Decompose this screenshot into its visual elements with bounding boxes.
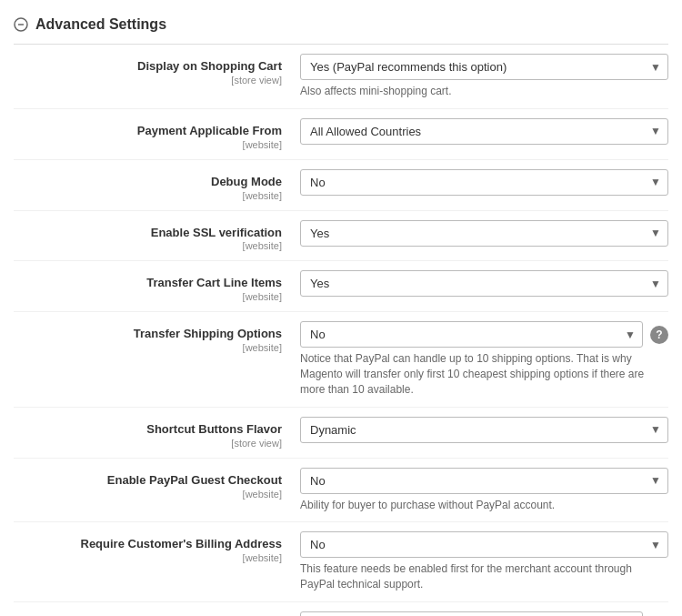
- select-enable_paypal_guest_checkout[interactable]: YesNo: [300, 468, 668, 494]
- field-label-payment_applicable_from: Payment Applicable From: [14, 124, 282, 139]
- control-row-transfer_cart_line_items: YesNo▼: [300, 270, 668, 297]
- select-shortcut_buttons_flavor[interactable]: DynamicStatic: [300, 417, 668, 443]
- label-col-debug_mode: Debug Mode[website]: [14, 169, 296, 201]
- field-scope-transfer_cart_line_items: [website]: [14, 291, 282, 302]
- control-col-enable_ssl_verification: YesNo▼: [296, 220, 668, 247]
- field-scope-enable_ssl_verification: [website]: [14, 240, 282, 251]
- label-col-payment_applicable_from: Payment Applicable From[website]: [14, 118, 296, 150]
- select-wrapper-enable_paypal_guest_checkout: YesNo▼: [300, 468, 668, 494]
- field-note-enable_paypal_guest_checkout: Ability for buyer to purchase without Pa…: [300, 498, 668, 513]
- form-row-payment_applicable_from: Payment Applicable From[website]All Allo…: [14, 109, 668, 160]
- field-scope-shortcut_buttons_flavor: [store view]: [14, 438, 282, 449]
- field-label-display_on_shopping_cart: Display on Shopping Cart: [14, 59, 282, 75]
- select-wrapper-transfer_cart_line_items: YesNo▼: [300, 270, 668, 297]
- label-col-enable_ssl_verification: Enable SSL verification[website]: [14, 220, 296, 252]
- control-row-transfer_shipping_options: YesNo▼?: [300, 321, 668, 348]
- field-scope-payment_applicable_from: [website]: [14, 139, 282, 150]
- field-note-display_on_shopping_cart: Also affects mini-shopping cart.: [300, 84, 668, 99]
- control-col-debug_mode: YesNo▼: [296, 169, 668, 196]
- form-row-enable_ssl_verification: Enable SSL verification[website]YesNo▼: [14, 211, 668, 262]
- form-row-shortcut_buttons_flavor: Shortcut Buttons Flavor[store view]Dynam…: [14, 408, 668, 459]
- control-row-require_billing_address: NoYesFor Virtual Quotes Only▼: [300, 531, 668, 558]
- form-row-debug_mode: Debug Mode[website]YesNo▼: [14, 160, 668, 211]
- label-col-require_billing_address: Require Customer's Billing Address[websi…: [14, 531, 296, 563]
- select-wrapper-billing_agreement_signup: NeverAutoAsk Customer▼: [300, 611, 643, 616]
- field-label-shortcut_buttons_flavor: Shortcut Buttons Flavor: [14, 422, 282, 438]
- select-wrapper-require_billing_address: NoYesFor Virtual Quotes Only▼: [300, 531, 668, 558]
- field-note-require_billing_address: This feature needs be enabled first for …: [300, 561, 668, 592]
- control-col-require_billing_address: NoYesFor Virtual Quotes Only▼This featur…: [296, 531, 668, 592]
- field-label-transfer_shipping_options: Transfer Shipping Options: [14, 327, 282, 342]
- form-row-transfer_cart_line_items: Transfer Cart Line Items[website]YesNo▼: [14, 261, 668, 312]
- select-payment_applicable_from[interactable]: All Allowed CountriesSpecific Countries: [300, 118, 668, 145]
- form-row-transfer_shipping_options: Transfer Shipping Options[website]YesNo▼…: [14, 312, 668, 407]
- control-col-transfer_cart_line_items: YesNo▼: [296, 270, 668, 297]
- help-icon-transfer_shipping_options[interactable]: ?: [650, 326, 668, 344]
- control-row-billing_agreement_signup: NeverAutoAsk Customer▼?: [300, 611, 668, 616]
- select-wrapper-display_on_shopping_cart: Yes (PayPal recommends this option)No▼: [300, 54, 668, 80]
- select-wrapper-transfer_shipping_options: YesNo▼: [300, 321, 643, 348]
- section-title: Advanced Settings: [35, 16, 166, 33]
- select-wrapper-payment_applicable_from: All Allowed CountriesSpecific Countries▼: [300, 118, 668, 145]
- page-container: Advanced Settings Display on Shopping Ca…: [0, 0, 682, 616]
- form-row-display_on_shopping_cart: Display on Shopping Cart[store view]Yes …: [14, 45, 668, 109]
- select-require_billing_address[interactable]: NoYesFor Virtual Quotes Only: [300, 531, 668, 558]
- control-col-display_on_shopping_cart: Yes (PayPal recommends this option)No▼Al…: [296, 54, 668, 99]
- label-col-display_on_shopping_cart: Display on Shopping Cart[store view]: [14, 54, 296, 86]
- field-scope-display_on_shopping_cart: [store view]: [14, 75, 282, 86]
- field-label-require_billing_address: Require Customer's Billing Address: [14, 537, 282, 552]
- select-display_on_shopping_cart[interactable]: Yes (PayPal recommends this option)No: [300, 54, 668, 80]
- field-scope-enable_paypal_guest_checkout: [website]: [14, 489, 282, 500]
- select-debug_mode[interactable]: YesNo: [300, 169, 668, 196]
- label-col-shortcut_buttons_flavor: Shortcut Buttons Flavor[store view]: [14, 417, 296, 449]
- label-col-enable_paypal_guest_checkout: Enable PayPal Guest Checkout[website]: [14, 468, 296, 500]
- form-row-require_billing_address: Require Customer's Billing Address[websi…: [14, 522, 668, 602]
- control-col-transfer_shipping_options: YesNo▼?Notice that PayPal can handle up …: [296, 321, 668, 397]
- control-row-enable_paypal_guest_checkout: YesNo▼: [300, 468, 668, 494]
- form-rows: Display on Shopping Cart[store view]Yes …: [14, 45, 668, 616]
- select-enable_ssl_verification[interactable]: YesNo: [300, 220, 668, 247]
- field-label-enable_paypal_guest_checkout: Enable PayPal Guest Checkout: [14, 473, 282, 489]
- field-note-transfer_shipping_options: Notice that PayPal can handle up to 10 s…: [300, 351, 668, 397]
- field-label-transfer_cart_line_items: Transfer Cart Line Items: [14, 276, 282, 291]
- select-wrapper-debug_mode: YesNo▼: [300, 169, 668, 196]
- select-billing_agreement_signup[interactable]: NeverAutoAsk Customer: [300, 611, 643, 616]
- form-row-billing_agreement_signup: Billing Agreement Signup[website]NeverAu…: [14, 602, 668, 616]
- select-transfer_cart_line_items[interactable]: YesNo: [300, 270, 668, 297]
- control-row-payment_applicable_from: All Allowed CountriesSpecific Countries▼: [300, 118, 668, 145]
- collapse-icon[interactable]: [14, 17, 28, 32]
- select-wrapper-shortcut_buttons_flavor: DynamicStatic▼: [300, 417, 668, 443]
- field-label-enable_ssl_verification: Enable SSL verification: [14, 226, 282, 241]
- form-row-enable_paypal_guest_checkout: Enable PayPal Guest Checkout[website]Yes…: [14, 459, 668, 523]
- control-row-display_on_shopping_cart: Yes (PayPal recommends this option)No▼: [300, 54, 668, 80]
- control-col-billing_agreement_signup: NeverAutoAsk Customer▼?Whether to create…: [296, 611, 668, 616]
- control-row-shortcut_buttons_flavor: DynamicStatic▼: [300, 417, 668, 443]
- label-col-transfer_cart_line_items: Transfer Cart Line Items[website]: [14, 270, 296, 302]
- label-col-transfer_shipping_options: Transfer Shipping Options[website]: [14, 321, 296, 353]
- select-wrapper-enable_ssl_verification: YesNo▼: [300, 220, 668, 247]
- select-transfer_shipping_options[interactable]: YesNo: [300, 321, 643, 348]
- section-header: Advanced Settings: [14, 9, 668, 45]
- label-col-billing_agreement_signup: Billing Agreement Signup[website]: [14, 611, 296, 616]
- control-col-payment_applicable_from: All Allowed CountriesSpecific Countries▼: [296, 118, 668, 145]
- field-label-debug_mode: Debug Mode: [14, 175, 282, 190]
- field-scope-debug_mode: [website]: [14, 190, 282, 201]
- control-col-enable_paypal_guest_checkout: YesNo▼Ability for buyer to purchase with…: [296, 468, 668, 513]
- control-col-shortcut_buttons_flavor: DynamicStatic▼: [296, 417, 668, 443]
- field-scope-require_billing_address: [website]: [14, 552, 282, 563]
- control-row-debug_mode: YesNo▼: [300, 169, 668, 196]
- field-scope-transfer_shipping_options: [website]: [14, 342, 282, 353]
- control-row-enable_ssl_verification: YesNo▼: [300, 220, 668, 247]
